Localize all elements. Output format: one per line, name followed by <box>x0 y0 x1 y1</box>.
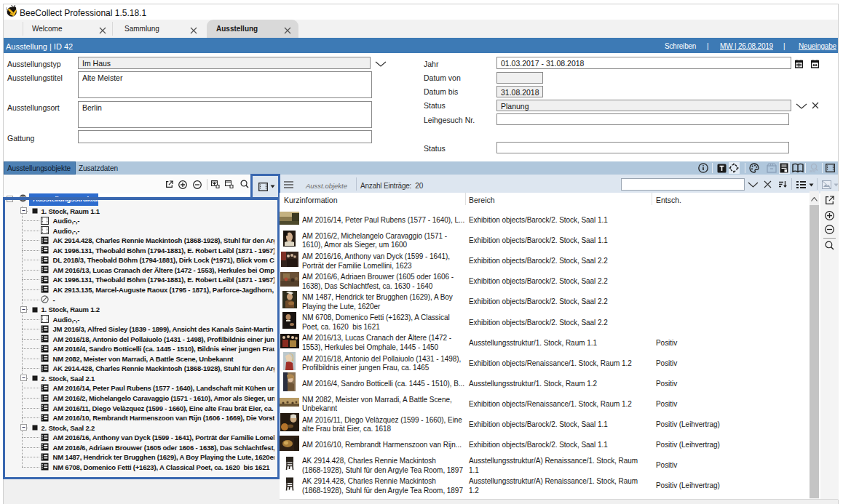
svg-text:abc: abc <box>810 169 816 173</box>
